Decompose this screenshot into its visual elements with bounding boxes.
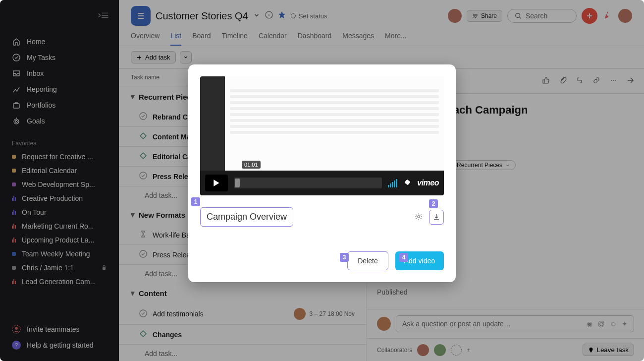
callout-1: 1 (191, 197, 200, 206)
callout-2: 2 (429, 199, 438, 208)
video-preview: 01:01 vimeo (200, 76, 444, 195)
video-settings-icon[interactable] (403, 178, 411, 188)
video-modal: 01:01 vimeo Campaign Overview Delete Add… (188, 64, 456, 282)
callout-4: 4 (399, 253, 408, 262)
delete-button[interactable]: Delete (347, 251, 388, 270)
play-button[interactable] (205, 175, 228, 191)
vimeo-logo: vimeo (417, 179, 439, 187)
video-options-icon[interactable] (414, 212, 424, 222)
svg-point-18 (418, 215, 420, 218)
video-title-input[interactable]: Campaign Overview (200, 207, 293, 227)
callout-3: 3 (340, 253, 349, 262)
video-duration: 01:01 (242, 161, 261, 169)
video-scrubber[interactable] (234, 178, 382, 188)
download-button[interactable] (429, 210, 444, 225)
volume-icon[interactable] (388, 179, 397, 187)
